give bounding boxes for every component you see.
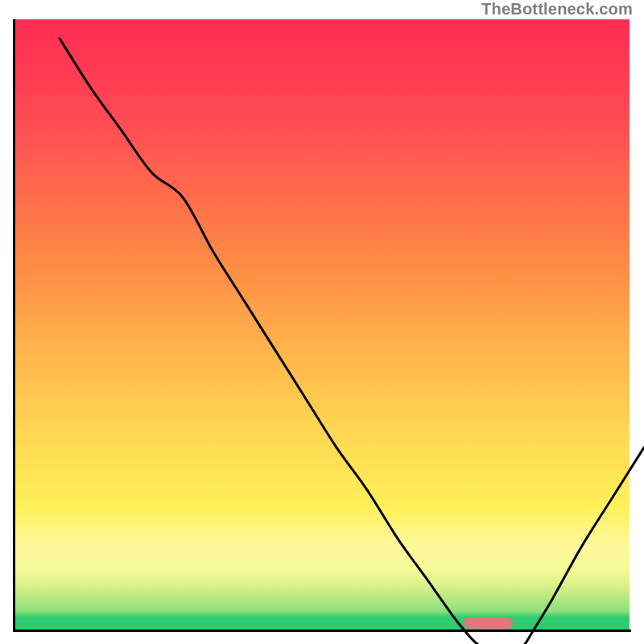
attribution-label: TheBottleneck.com <box>481 0 633 19</box>
curve-layer <box>29 39 644 644</box>
x-axis <box>13 630 631 632</box>
chart-frame <box>14 19 630 630</box>
y-axis <box>13 19 15 631</box>
optimal-zone-marker <box>464 617 513 629</box>
bottleneck-curve <box>60 39 644 644</box>
